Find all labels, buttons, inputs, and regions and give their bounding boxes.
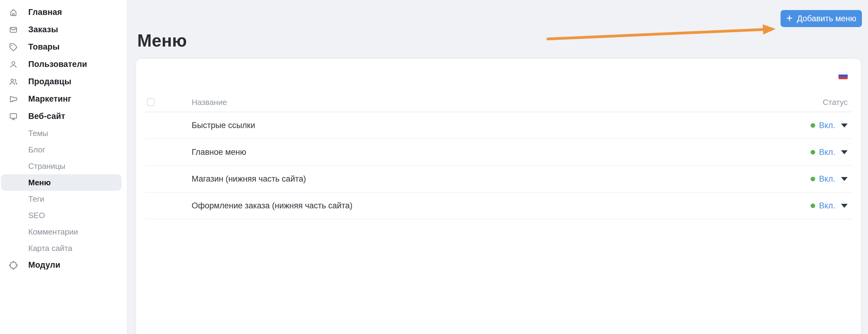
menu-name[interactable]: Быстрые ссылки [192,121,811,130]
sidebar-subitem-label: Теги [28,194,44,204]
russian-flag-icon[interactable] [839,73,848,79]
monitor-icon [9,112,18,121]
status-label: Вкл. [819,121,835,130]
table-row: Магазин (нижняя часть сайта) Вкл. [145,166,852,193]
sidebar-item-products[interactable]: Товары [0,38,127,56]
puzzle-icon [9,261,18,270]
sidebar-subitem-comments[interactable]: Комментарии [0,224,127,240]
status-dropdown[interactable]: Вкл. [811,174,848,184]
table-row: Оформление заказа (нижняя часть сайта) В… [145,193,852,219]
status-label: Вкл. [819,174,835,184]
sidebar-item-label: Продавцы [28,77,71,86]
sidebar-item-orders[interactable]: Заказы [0,21,127,38]
sidebar-item-label: Пользователи [28,60,87,69]
status-dot-icon [811,203,815,208]
add-menu-button[interactable]: + Добавить меню [780,10,862,27]
column-header-status: Статус [823,98,852,107]
status-dot-icon [811,123,815,128]
sidebar-item-label: Заказы [28,25,58,34]
caret-down-icon [841,150,848,154]
status-dropdown[interactable]: Вкл. [811,121,848,130]
sidebar-subitem-pages[interactable]: Страницы [0,158,127,174]
sidebar-item-vendors[interactable]: Продавцы [0,73,127,90]
column-header-name: Название [192,98,823,107]
plus-icon: + [786,13,793,24]
sidebar-item-label: Главная [28,8,62,17]
sidebar-subitem-seo[interactable]: SEO [0,207,127,224]
tag-icon [9,43,18,52]
home-icon [9,8,18,17]
user-icon [9,60,18,69]
users-icon [9,77,18,86]
sidebar-subitem-themes[interactable]: Темы [0,125,127,141]
menu-name[interactable]: Оформление заказа (нижняя часть сайта) [192,201,811,211]
menu-name[interactable]: Магазин (нижняя часть сайта) [192,174,811,184]
sidebar-item-modules[interactable]: Модули [0,256,127,274]
sidebar-item-label: Маркетинг [28,94,71,104]
status-label: Вкл. [819,147,835,157]
orders-inbox-icon [9,25,18,34]
table-row: Главное меню Вкл. [145,139,852,166]
select-all-checkbox[interactable] [147,98,155,106]
status-dot-icon [811,177,815,181]
sidebar-item-home[interactable]: Главная [0,4,127,21]
status-label: Вкл. [819,201,835,211]
sidebar-subitem-tags[interactable]: Теги [0,191,127,207]
sidebar-subitem-label: Меню [28,178,51,187]
sidebar-item-label: Модули [28,260,60,270]
status-dot-icon [811,150,815,155]
menus-panel: Название Статус Быстрые ссылки Вкл. Глав… [136,58,861,334]
menu-name[interactable]: Главное меню [192,147,811,157]
sidebar-subitem-label: SEO [28,211,45,220]
sidebar-subitem-label: Страницы [28,162,65,171]
status-dropdown[interactable]: Вкл. [811,147,848,157]
sidebar-item-users[interactable]: Пользователи [0,56,127,73]
sidebar-subitem-label: Блог [28,145,45,155]
table-header-row: Название Статус [145,93,852,112]
add-menu-button-label: Добавить меню [797,14,857,23]
sidebar-item-label: Веб-сайт [28,112,65,121]
sidebar-subitem-label: Карта сайта [28,244,72,253]
menus-table: Название Статус Быстрые ссылки Вкл. Глав… [145,93,852,219]
status-dropdown[interactable]: Вкл. [811,201,848,211]
sidebar-subitem-label: Комментарии [28,227,78,236]
caret-down-icon [841,177,848,181]
caret-down-icon [841,204,848,208]
caret-down-icon [841,123,848,128]
page-title: Меню [137,30,187,51]
table-row: Быстрые ссылки Вкл. [145,112,852,139]
annotation-arrow [544,24,777,43]
megaphone-icon [9,94,18,104]
sidebar-subitem-label: Темы [28,129,48,138]
sidebar-subitem-menu-selected[interactable]: Меню [1,174,122,191]
sidebar-item-website[interactable]: Веб-сайт [0,108,127,125]
sidebar-item-marketing[interactable]: Маркетинг [0,90,127,108]
sidebar-subitem-blog[interactable]: Блог [0,141,127,158]
sidebar-subitem-sitemap[interactable]: Карта сайта [0,240,127,256]
sidebar: Главная Заказы Товары Пользователи Прода… [0,0,128,334]
sidebar-item-label: Товары [28,42,60,52]
